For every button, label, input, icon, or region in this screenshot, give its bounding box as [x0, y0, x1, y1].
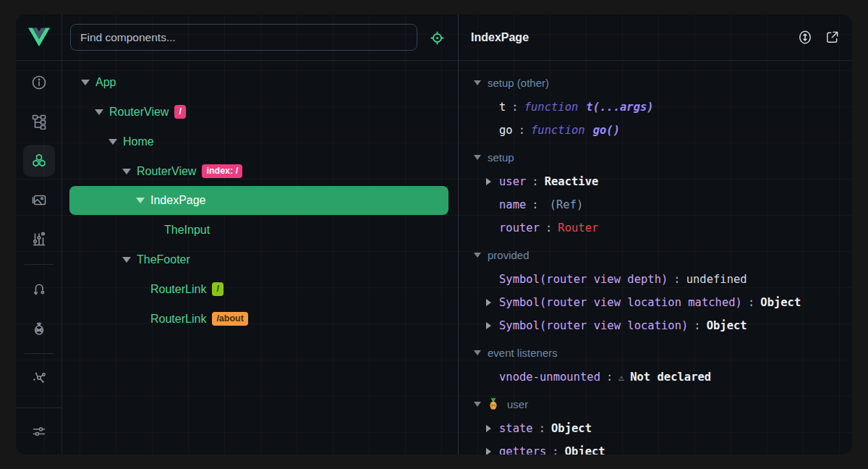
- state-key: Symbol(router view location matched): [499, 296, 742, 309]
- route-badge: index: /: [202, 164, 242, 179]
- tree-node-app[interactable]: App: [62, 67, 458, 97]
- state-row[interactable]: go : function go(): [459, 119, 852, 142]
- inspector-title: IndexPage: [471, 31, 529, 44]
- target-icon: [430, 30, 445, 46]
- state-key: state: [499, 422, 533, 435]
- external-link-icon: [825, 30, 840, 45]
- chevron-right-icon[interactable]: [486, 178, 491, 185]
- chevron-down-icon[interactable]: [136, 198, 145, 203]
- sidebar-item-assets[interactable]: [23, 184, 55, 216]
- pinia-icon: [31, 320, 47, 336]
- section-label: user: [507, 398, 528, 410]
- inspector-header: IndexPage: [458, 14, 852, 60]
- tree-node-label: RouterLink: [150, 283, 206, 296]
- chevron-down-icon: [474, 402, 481, 407]
- open-in-editor-button[interactable]: [823, 29, 841, 46]
- info-icon: [31, 75, 47, 90]
- chevron-down-icon: [474, 155, 481, 160]
- state-inspector: setup (other) t : function t(...args) go…: [459, 61, 852, 455]
- section-header[interactable]: user: [459, 391, 852, 417]
- state-key: router: [499, 221, 540, 234]
- sidebar-item-components[interactable]: [23, 145, 55, 177]
- chevron-right-icon[interactable]: [486, 299, 491, 306]
- state-row[interactable]: router : Router: [459, 216, 852, 240]
- route-badge: /: [212, 282, 223, 297]
- sidebar-item-overview[interactable]: [23, 67, 55, 98]
- tree-node-indexpage-selected[interactable]: IndexPage: [69, 186, 448, 215]
- tree-node-label: RouterView: [109, 106, 169, 119]
- chevron-down-icon[interactable]: [122, 169, 131, 174]
- chevron-right-icon[interactable]: [486, 448, 491, 455]
- chevron-down-icon[interactable]: [81, 80, 90, 85]
- sidebar-item-pinia[interactable]: [23, 312, 55, 344]
- chevron-down-icon: [474, 80, 481, 85]
- section-user-store: user state : Object getters : Object: [459, 391, 852, 455]
- state-row[interactable]: vnode-unmounted : ⚠ Not declared: [459, 366, 852, 389]
- tree-node-label: IndexPage: [150, 194, 206, 207]
- section-label: event listeners: [488, 347, 558, 359]
- tree-node-label: TheFooter: [137, 253, 190, 266]
- tree-node-label: RouterView: [137, 165, 196, 178]
- state-keyword: function: [524, 101, 579, 114]
- settings-icon: [31, 423, 47, 439]
- sidebar-item-pages[interactable]: [23, 106, 55, 138]
- tree-node-theinput[interactable]: TheInput: [62, 215, 458, 245]
- component-tree: App RouterView / Home RouterView index: …: [62, 61, 458, 455]
- scroll-to-component-button[interactable]: [796, 29, 814, 46]
- state-row[interactable]: Symbol(router view depth) : undefined: [459, 268, 852, 291]
- chevron-right-icon[interactable]: [486, 425, 491, 432]
- devtools-panel: IndexPage: [16, 14, 852, 455]
- tree-node-label: RouterLink: [150, 313, 206, 326]
- state-key: Symbol(router view depth): [499, 273, 668, 286]
- tree-node-label: App: [95, 76, 116, 89]
- sidebar-item-graph[interactable]: [23, 362, 55, 394]
- state-value: Router: [558, 221, 598, 234]
- state-value: Reactive: [545, 175, 599, 188]
- section-provided: provided Symbol(router view depth) : und…: [459, 242, 852, 337]
- components-icon: [31, 153, 47, 169]
- route-badge: /: [174, 105, 185, 119]
- state-value: undefined: [686, 273, 747, 286]
- sidebar-divider: [25, 353, 54, 354]
- state-row[interactable]: user : Reactive: [459, 170, 852, 193]
- chevron-down-icon[interactable]: [95, 109, 103, 115]
- state-row[interactable]: name : (Ref): [459, 193, 852, 216]
- pinia-store-icon: [488, 397, 499, 410]
- state-value: Object: [551, 422, 592, 435]
- state-value: Not declared: [630, 371, 711, 384]
- section-header[interactable]: setup (other): [459, 69, 852, 96]
- state-row[interactable]: Symbol(router view location matched) : O…: [459, 291, 852, 314]
- state-value: (Ref): [550, 198, 584, 211]
- router-icon: [31, 281, 47, 297]
- search-input[interactable]: [70, 24, 417, 51]
- tree-node-routerlink-home[interactable]: RouterLink /: [62, 274, 458, 304]
- state-row[interactable]: getters : Object: [459, 440, 852, 455]
- tree-node-routerview[interactable]: RouterView /: [62, 97, 458, 127]
- chevron-down-icon[interactable]: [109, 139, 117, 145]
- select-component-button[interactable]: [428, 29, 446, 46]
- sidebar-item-timeline[interactable]: [23, 223, 55, 255]
- state-row[interactable]: state : Object: [459, 417, 852, 440]
- state-key: go: [499, 124, 513, 137]
- sidebar-item-settings[interactable]: [23, 415, 55, 447]
- chevron-down-icon[interactable]: [122, 257, 131, 263]
- section-header[interactable]: provided: [459, 242, 852, 268]
- panel-splitter[interactable]: [458, 14, 459, 455]
- chevron-down-icon: [474, 253, 481, 258]
- tree-node-home[interactable]: Home: [62, 127, 458, 156]
- state-key: t: [499, 101, 506, 114]
- tree-node-routerview-index[interactable]: RouterView index: /: [62, 156, 458, 186]
- state-row[interactable]: Symbol(router view location) : Object: [459, 314, 852, 337]
- section-header[interactable]: event listeners: [459, 339, 852, 366]
- sidebar-item-router[interactable]: [23, 273, 55, 305]
- tree-node-thefooter[interactable]: TheFooter: [62, 245, 458, 274]
- timeline-icon: [31, 231, 47, 247]
- chevron-right-icon[interactable]: [486, 322, 491, 329]
- vue-logo: [16, 14, 61, 61]
- state-row[interactable]: t : function t(...args): [459, 96, 852, 119]
- section-setup-other: setup (other) t : function t(...args) go…: [459, 69, 852, 142]
- sidebar-divider: [25, 264, 54, 265]
- tree-node-routerlink-about[interactable]: RouterLink /about: [62, 304, 458, 334]
- state-value: Object: [707, 319, 747, 332]
- section-header[interactable]: setup: [459, 144, 852, 170]
